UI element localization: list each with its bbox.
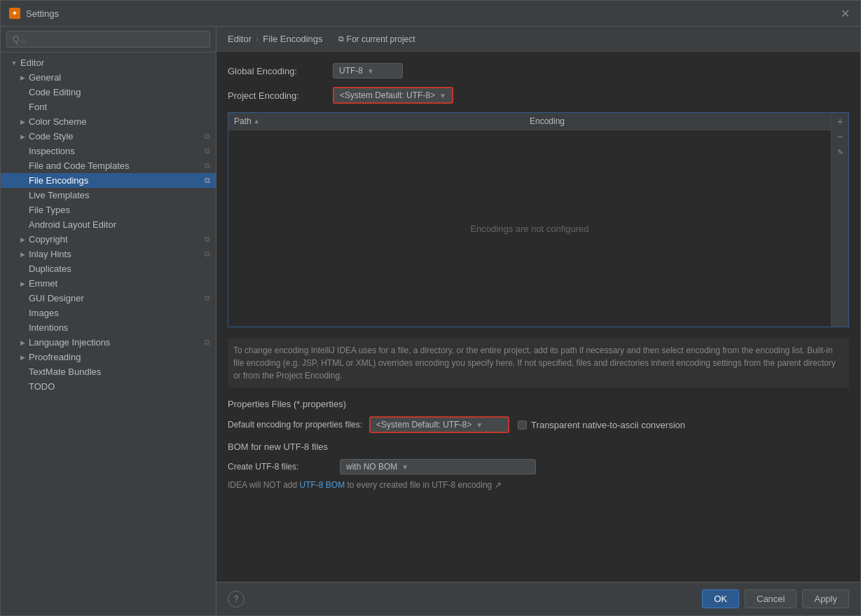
- sort-arrow: ▲: [254, 118, 260, 125]
- table-header: Path ▲ Encoding: [228, 113, 831, 130]
- sidebar-item-file-templates[interactable]: ▶ File and Code Templates ⧉: [1, 158, 216, 173]
- search-box: [1, 27, 216, 53]
- encoding-table-wrapper: Path ▲ Encoding Encodings are not config…: [228, 112, 849, 327]
- table-empty-message: Encodings are not configured: [470, 224, 588, 234]
- transparent-checkbox[interactable]: [518, 420, 527, 430]
- copy-icon: ⧉: [205, 249, 210, 259]
- properties-encoding-dropdown[interactable]: <System Default: UTF-8> ▼: [369, 416, 509, 433]
- sidebar-item-android-layout[interactable]: ▶ Android Layout Editor: [1, 217, 216, 232]
- sidebar-item-textmate[interactable]: ▶ TextMate Bundles: [1, 364, 216, 379]
- copy-icon: ⧉: [205, 176, 210, 185]
- sidebar-item-code-style[interactable]: ▶ Code Style ⧉: [1, 129, 216, 144]
- sidebar-item-language-injections[interactable]: ▶ Language Injections ⧉: [1, 335, 216, 350]
- transparent-checkbox-wrapper: Transparent native-to-ascii conversion: [518, 420, 685, 430]
- properties-section: Properties Files (*.properties) Default …: [228, 399, 849, 433]
- close-button[interactable]: ✕: [838, 6, 852, 20]
- copy-icon: ⧉: [205, 132, 210, 141]
- sidebar-item-intentions[interactable]: ▶ Intentions: [1, 320, 216, 335]
- encoding-table: Path ▲ Encoding Encodings are not config…: [228, 112, 849, 327]
- properties-section-title: Properties Files (*.properties): [228, 399, 849, 409]
- sidebar-item-images[interactable]: ▶ Images: [1, 306, 216, 320]
- app-icon: ✦: [9, 8, 20, 19]
- expand-arrow: ▶: [18, 235, 27, 245]
- create-utf-label: Create UTF-8 files:: [228, 462, 340, 472]
- ok-button[interactable]: OK: [702, 589, 739, 608]
- apply-button[interactable]: Apply: [802, 589, 849, 608]
- sidebar-item-editor[interactable]: ▼ Editor: [1, 55, 216, 70]
- table-actions: + − ✎: [831, 113, 848, 327]
- sidebar-item-inspections[interactable]: ▶ Inspections ⧉: [1, 144, 216, 158]
- create-utf-dropdown[interactable]: with NO BOM ▼: [340, 459, 536, 474]
- expand-arrow: ▶: [18, 338, 27, 348]
- properties-encoding-row: Default encoding for properties files: <…: [228, 416, 849, 433]
- copy-icon: ⧉: [205, 294, 210, 303]
- sidebar-item-file-types[interactable]: ▶ File Types: [1, 203, 216, 217]
- add-row-button[interactable]: +: [833, 114, 847, 128]
- project-encoding-dropdown[interactable]: <System Default: UTF-8> ▼: [333, 87, 453, 104]
- settings-dialog: ✦ Settings ✕ ▼ Editor ▶ General: [0, 0, 861, 616]
- idea-note: IDEA will NOT add UTF-8 BOM to every cre…: [228, 480, 849, 490]
- col-encoding: Encoding: [530, 116, 825, 126]
- default-encoding-label: Default encoding for properties files:: [228, 420, 362, 430]
- sidebar-item-copyright[interactable]: ▶ Copyright ⧉: [1, 232, 216, 247]
- copy-icon: ⧉: [205, 235, 210, 244]
- remove-row-button[interactable]: −: [833, 130, 847, 144]
- expand-arrow: ▶: [18, 249, 27, 259]
- sidebar-item-code-editing[interactable]: ▶ Code Editing: [1, 85, 216, 100]
- utf8-bom-link[interactable]: UTF-8 BOM: [299, 480, 345, 490]
- project-encoding-label: Project Encoding:: [228, 90, 333, 101]
- col-path: Path ▲: [234, 116, 530, 126]
- transparent-label: Transparent native-to-ascii conversion: [531, 420, 685, 430]
- sidebar-item-todo[interactable]: ▶ TODO: [1, 379, 216, 394]
- expand-arrow: ▶: [18, 353, 27, 362]
- copy-icon: ⧉: [205, 146, 210, 156]
- sidebar: ▼ Editor ▶ General ▶ Code Editing ▶ Font: [1, 27, 216, 615]
- dropdown-arrow: ▼: [439, 92, 446, 100]
- dialog-title: Settings: [26, 8, 838, 19]
- edit-row-button[interactable]: ✎: [833, 145, 847, 159]
- breadcrumb: Editor › File Encodings ⧉ For current pr…: [216, 27, 860, 52]
- bottom-bar: ? OK Cancel Apply: [216, 582, 860, 615]
- table-with-actions: Path ▲ Encoding Encodings are not config…: [228, 113, 848, 327]
- copy-icon: ⧉: [205, 338, 210, 347]
- create-utf-row: Create UTF-8 files: with NO BOM ▼: [228, 459, 849, 474]
- sidebar-item-proofreading[interactable]: ▶ Proofreading: [1, 350, 216, 364]
- title-bar: ✦ Settings ✕: [1, 1, 860, 27]
- dropdown-arrow: ▼: [367, 67, 374, 75]
- help-button[interactable]: ?: [228, 591, 244, 608]
- expand-arrow: ▶: [18, 117, 27, 127]
- table-main: Path ▲ Encoding Encodings are not config…: [228, 113, 831, 327]
- sidebar-item-live-templates[interactable]: ▶ Live Templates: [1, 188, 216, 203]
- search-input[interactable]: [6, 31, 210, 48]
- sidebar-item-file-encodings[interactable]: ▶ File Encodings ⧉: [1, 173, 216, 188]
- sidebar-item-general[interactable]: ▶ General: [1, 70, 216, 85]
- project-encoding-row: Project Encoding: <System Default: UTF-8…: [228, 87, 849, 104]
- sidebar-item-color-scheme[interactable]: ▶ Color Scheme: [1, 114, 216, 129]
- current-project-link[interactable]: ⧉ For current project: [338, 34, 415, 44]
- expand-arrow: ▶: [18, 279, 27, 289]
- sidebar-item-inlay-hints[interactable]: ▶ Inlay Hints ⧉: [1, 247, 216, 261]
- sidebar-item-gui-designer[interactable]: ▶ GUI Designer ⧉: [1, 291, 216, 306]
- sidebar-item-font[interactable]: ▶ Font: [1, 100, 216, 114]
- dropdown-arrow: ▼: [401, 463, 408, 471]
- global-encoding-row: Global Encoding: UTF-8 ▼: [228, 63, 849, 78]
- table-body: Encodings are not configured: [228, 130, 831, 327]
- cancel-button[interactable]: Cancel: [745, 589, 797, 608]
- expand-arrow: ▼: [9, 58, 19, 68]
- bom-section: BOM for new UTF-8 files Create UTF-8 fil…: [228, 442, 849, 490]
- breadcrumb-sep: ›: [256, 34, 259, 44]
- breadcrumb-current: File Encodings: [263, 34, 322, 44]
- sidebar-item-duplicates[interactable]: ▶ Duplicates: [1, 261, 216, 276]
- content-area: ▼ Editor ▶ General ▶ Code Editing ▶ Font: [1, 27, 860, 615]
- sidebar-item-emmet[interactable]: ▶ Emmet: [1, 276, 216, 291]
- copy-icon: ⧉: [205, 161, 210, 170]
- global-encoding-label: Global Encoding:: [228, 66, 333, 76]
- main-panel: Editor › File Encodings ⧉ For current pr…: [216, 27, 860, 615]
- expand-arrow: ▶: [18, 73, 27, 83]
- dropdown-arrow: ▼: [476, 421, 483, 429]
- info-text: To change encoding IntelliJ IDEA uses fo…: [228, 338, 849, 388]
- global-encoding-dropdown[interactable]: UTF-8 ▼: [333, 63, 403, 78]
- bom-section-title: BOM for new UTF-8 files: [228, 442, 849, 452]
- expand-arrow: ▶: [18, 132, 27, 142]
- breadcrumb-parent: Editor: [228, 34, 252, 44]
